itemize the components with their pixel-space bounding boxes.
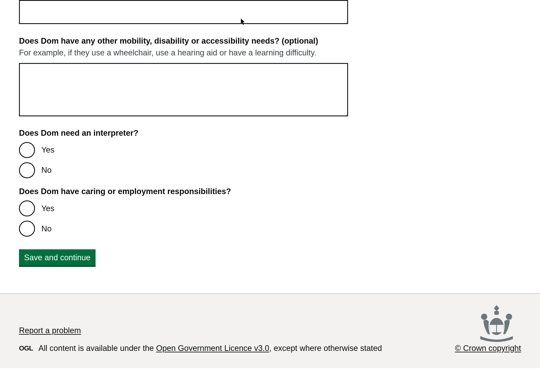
caring-radio-no[interactable]: No	[19, 221, 521, 237]
interpreter-fieldset: Does Dom need an interpreter? Yes No	[19, 128, 521, 178]
licence-text: All content is available under the Open …	[38, 343, 382, 353]
svg-point-2	[506, 314, 512, 320]
caring-yes-label: Yes	[41, 203, 55, 214]
save-and-continue-button[interactable]: Save and continue	[19, 249, 95, 266]
mobility-form-group: Does Dom have any other mobility, disabi…	[19, 36, 521, 119]
caring-radio-yes[interactable]: Yes	[19, 201, 521, 216]
interpreter-no-label: No	[41, 165, 52, 175]
interpreter-radio-no[interactable]: No	[19, 162, 521, 178]
radio-circle-icon	[19, 201, 35, 216]
royal-crest-icon	[472, 304, 521, 348]
royal-coat-of-arms-icon	[472, 304, 521, 345]
radio-circle-icon	[19, 162, 35, 178]
report-problem-link[interactable]: Report a problem	[19, 326, 81, 335]
licence-prefix: All content is available under the	[38, 344, 156, 353]
ogl-licence-link[interactable]: Open Government Licence v3.0	[156, 344, 269, 353]
crown-copyright-link[interactable]: © Crown copyright	[455, 343, 521, 353]
ogl-logo-icon: OGL	[19, 344, 33, 353]
footer-licence-row: OGL All content is available under the O…	[19, 343, 521, 353]
interpreter-radio-yes[interactable]: Yes	[19, 142, 521, 158]
licence-suffix: , except where otherwise stated	[269, 344, 382, 353]
textarea-previous-field[interactable]	[19, 0, 348, 24]
radio-circle-icon	[19, 142, 35, 158]
interpreter-radios: Yes No	[19, 142, 521, 178]
svg-point-1	[481, 314, 487, 320]
radio-circle-icon	[19, 221, 35, 237]
caring-no-label: No	[41, 224, 52, 234]
caring-radios: Yes No	[19, 201, 521, 237]
mobility-label: Does Dom have any other mobility, disabi…	[19, 36, 521, 46]
interpreter-yes-label: Yes	[41, 145, 55, 155]
page-footer: Report a problem OGL All content is avai…	[0, 293, 540, 368]
caring-legend: Does Dom have caring or employment respo…	[19, 186, 231, 197]
mobility-textarea[interactable]	[19, 63, 348, 116]
mobility-hint: For example, if they use a wheelchair, u…	[19, 48, 521, 58]
interpreter-legend: Does Dom need an interpreter?	[19, 128, 138, 138]
caring-fieldset: Does Dom have caring or employment respo…	[19, 186, 521, 237]
svg-rect-3	[494, 311, 499, 315]
